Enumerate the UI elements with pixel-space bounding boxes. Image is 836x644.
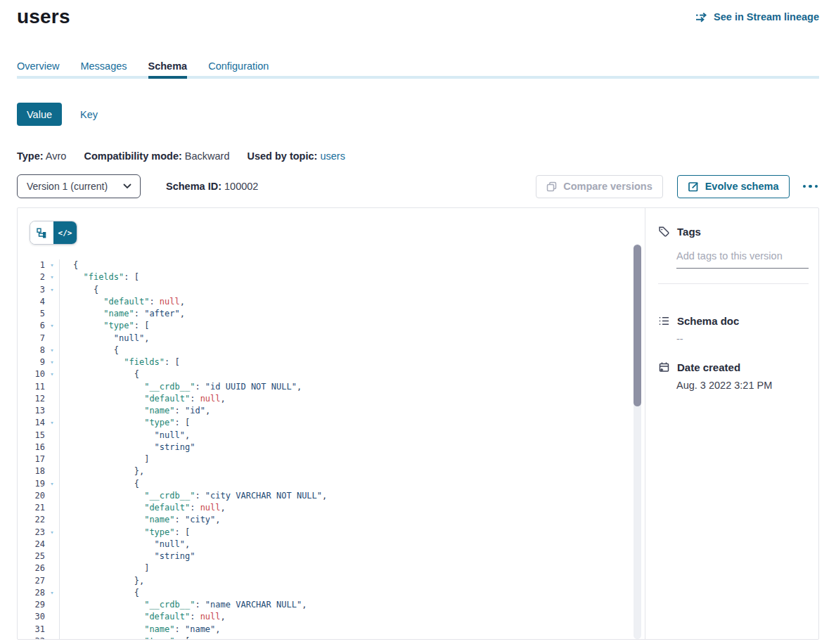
tree-view-button[interactable] [30,221,53,244]
code-line: 17 ] [18,453,645,465]
code-line: 16 "string" [18,442,645,453]
code-text: ] [60,562,149,574]
fold-caret-icon[interactable]: ▾ [45,320,60,332]
line-number: 3 [18,284,45,296]
page-header: users See in Stream lineage [17,6,819,28]
code-line: 5 "name": "after", [18,308,645,320]
fold-gutter [45,599,60,611]
fold-gutter [45,405,60,417]
code-text: "type": [ [60,417,190,429]
code-text: { [60,368,139,380]
date-created-section-header: Date created [658,361,809,373]
code-line: 13 "name": "id", [18,405,645,417]
fold-caret-icon[interactable]: ▾ [45,527,60,539]
code-line: 22 "name": "city", [18,514,645,526]
stream-lineage-icon [695,12,708,22]
fold-caret-icon[interactable]: ▾ [45,636,60,640]
fold-gutter [45,514,60,526]
line-number: 10 [18,368,45,380]
schema-id: Schema ID: 100002 [166,181,258,192]
view-mode-toggle: </> [30,221,77,245]
schema-meta: Type: Avro Compatibility mode: Backward … [17,150,819,162]
fold-caret-icon[interactable]: ▾ [45,368,60,380]
code-text: { [60,344,119,356]
fold-caret-icon[interactable]: ▾ [45,417,60,429]
line-number: 16 [18,442,45,453]
fold-gutter [45,296,60,308]
add-tags-input[interactable]: Add tags to this version [676,250,809,269]
tab-overview[interactable]: Overview [17,60,59,79]
calendar-add-icon [658,361,670,373]
code-line: 24 "null", [18,539,645,550]
fold-caret-icon[interactable]: ▾ [45,344,60,356]
code-line: 8▾ { [18,344,645,356]
line-number: 22 [18,514,45,526]
code-text: "name": "city", [60,514,221,526]
editor-scrollbar[interactable] [634,244,641,639]
code-text: { [60,587,139,599]
key-toggle-link[interactable]: Key [80,109,98,120]
evolve-schema-button[interactable]: Evolve schema [677,175,790,198]
used-by-topic: Used by topic: users [247,150,345,162]
line-number: 31 [18,624,45,636]
code-line: 6▾ "type": [ [18,320,645,332]
code-line: 21 "default": null, [18,502,645,514]
version-select[interactable]: Version 1 (current) [17,174,141,198]
code-line: 20 "__crdb__": "city VARCHAR NOT NULL", [18,490,645,502]
fold-caret-icon[interactable]: ▾ [45,587,60,599]
compare-versions-button[interactable]: Compare versions [536,175,663,198]
fold-caret-icon[interactable]: ▾ [45,259,60,271]
fold-gutter [45,442,60,453]
code-view-button[interactable]: </> [53,221,77,244]
see-in-stream-lineage-link[interactable]: See in Stream lineage [695,11,819,22]
code-text: { [60,284,98,296]
topic-link[interactable]: users [320,150,345,162]
fold-gutter [45,490,60,502]
fold-caret-icon[interactable]: ▾ [45,284,60,296]
tab-configuration[interactable]: Configuration [208,60,269,79]
edit-icon [688,181,699,192]
scrollbar-thumb[interactable] [634,245,641,406]
code-lines: 1▾{2▾ "fields": [3▾ {4 "default": null,5… [18,259,645,640]
fold-gutter [45,381,60,393]
code-line: 26 ] [18,562,645,574]
ellipsis-icon [809,185,812,188]
code-text: "fields": [ [60,356,180,368]
fold-caret-icon[interactable]: ▾ [45,478,60,490]
list-icon [658,315,670,327]
code-line: 19▾ { [18,478,645,490]
code-line: 14▾ "type": [ [18,417,645,429]
schema-panel: </> 1▾{2▾ "fields": [3▾ {4 "default": nu… [17,207,819,640]
line-number: 5 [18,308,45,320]
date-created-value: Aug. 3 2022 3:21 PM [676,380,809,391]
fold-gutter [45,502,60,514]
line-number: 23 [18,527,45,539]
tab-schema[interactable]: Schema [148,60,188,79]
editor-toolbar: </> [30,221,645,245]
line-number: 15 [18,430,45,442]
fold-gutter [45,430,60,442]
value-toggle-button[interactable]: Value [17,103,62,126]
value-key-toggle: Value Key [17,103,819,126]
line-number: 6 [18,320,45,332]
fold-caret-icon[interactable]: ▾ [45,356,60,368]
code-text: "string" [60,550,195,562]
code-line: 27 }, [18,575,645,587]
more-actions-button[interactable] [802,181,820,193]
code-text: "__crdb__": "id UUID NOT NULL", [60,381,302,393]
line-number: 17 [18,453,45,465]
code-line: 29 "__crdb__": "name VARCHAR NULL", [18,599,645,611]
fold-gutter [45,465,60,477]
schema-type: Type: Avro [17,150,66,162]
code-text: }, [60,465,144,477]
code-text: }, [60,575,144,587]
line-number: 9 [18,356,45,368]
fold-gutter [45,539,60,550]
code-line: 3▾ { [18,284,645,296]
tab-messages[interactable]: Messages [80,60,127,79]
tag-icon [658,226,670,238]
code-line: 2▾ "fields": [ [18,271,645,283]
schema-page: users See in Stream lineage Overview Mes… [0,0,836,644]
line-number: 20 [18,490,45,502]
fold-caret-icon[interactable]: ▾ [45,271,60,283]
